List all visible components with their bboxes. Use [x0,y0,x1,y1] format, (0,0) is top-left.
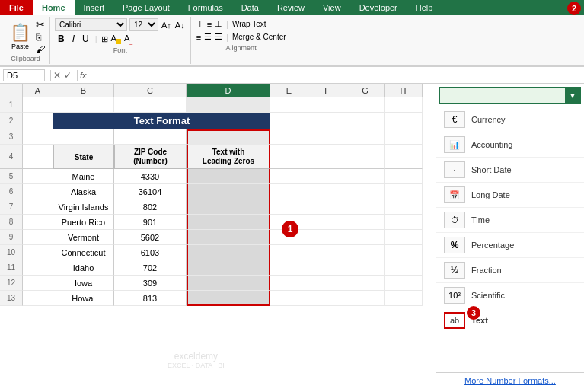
cell-h12[interactable] [385,276,423,291]
cell-g11[interactable] [346,260,385,276]
cell-e5[interactable] [270,169,308,184]
format-painter-button[interactable]: 🖌 [36,44,45,55]
cell-b4-header[interactable]: State [53,145,114,169]
cell-g5[interactable] [346,169,385,184]
cell-h9[interactable] [385,230,423,245]
cell-g3[interactable] [346,129,385,145]
cell-c4-header[interactable]: ZIP Code(Number) [114,145,187,169]
cell-d1[interactable] [187,97,270,113]
italic-button[interactable]: I [69,33,78,45]
cell-f3[interactable] [308,129,346,145]
cell-h8[interactable] [385,215,423,230]
cell-f8[interactable] [308,215,346,230]
format-item-percentage[interactable]: % Percentage [436,233,584,258]
cell-g6[interactable] [346,184,385,199]
cell-c12[interactable]: 309 [114,276,187,291]
name-box[interactable] [3,69,45,81]
format-item-short-date[interactable]: · Short Date [436,158,584,183]
cell-g9[interactable] [346,230,385,245]
align-top-button[interactable]: ⊤ [196,18,205,30]
cell-h13[interactable] [385,291,423,306]
cell-f6[interactable] [308,184,346,199]
cell-g8[interactable] [346,215,385,230]
cell-g1[interactable] [346,97,385,113]
cell-f5[interactable] [308,169,346,184]
cell-f12[interactable] [308,276,346,291]
cell-a1[interactable] [23,97,53,113]
cell-b1[interactable] [53,97,114,113]
cell-b3[interactable] [53,129,114,145]
panel-search-input[interactable] [440,89,565,101]
copy-button[interactable]: ⎘ [36,32,45,43]
cell-g4[interactable] [346,145,385,169]
cell-h5[interactable] [385,169,423,184]
cell-h11[interactable] [385,260,423,276]
cell-c8[interactable]: 901 [114,215,187,230]
cell-g2[interactable] [346,113,385,129]
cell-f9[interactable] [308,230,346,245]
cell-h7[interactable] [385,199,423,215]
help-tab[interactable]: Help [407,0,442,15]
developer-tab[interactable]: Developer [350,0,407,15]
cell-f4[interactable] [308,145,346,169]
format-item-time[interactable]: ⏱ Time [436,208,584,233]
cancel-icon[interactable]: ✕ [53,70,61,81]
cell-h3[interactable] [385,129,423,145]
cell-h1[interactable] [385,97,423,113]
data-tab[interactable]: Data [232,0,268,15]
cell-a12[interactable] [23,276,53,291]
format-item-fraction[interactable]: ½ Fraction [436,258,584,283]
merge-center-button[interactable]: Merge & Center [231,32,287,42]
cell-e2[interactable] [270,113,308,129]
cell-e3[interactable] [270,129,308,145]
cell-c1[interactable] [114,97,187,113]
cell-h10[interactable] [385,245,423,260]
file-tab[interactable]: File [0,0,33,15]
align-center-button[interactable]: ☰ [203,31,212,43]
font-size-select[interactable]: 12 [129,18,158,31]
cell-b6[interactable]: Alaska [53,184,114,199]
cell-g13[interactable] [346,291,385,306]
cell-a9[interactable] [23,230,53,245]
col-header-d[interactable]: D [187,84,270,97]
cell-h2[interactable] [385,113,423,129]
cell-c11[interactable]: 702 [114,260,187,276]
cell-b5[interactable]: Maine [53,169,114,184]
cell-b10[interactable]: Connecticut [53,245,114,260]
col-header-b[interactable]: B [53,84,114,97]
cell-a7[interactable] [23,199,53,215]
formulas-tab[interactable]: Formulas [179,0,232,15]
cell-d10[interactable] [187,245,270,260]
cell-c6[interactable]: 36104 [114,184,187,199]
cell-e4[interactable] [270,145,308,169]
cell-e1[interactable] [270,97,308,113]
formula-input[interactable] [91,71,581,80]
cell-b7[interactable]: Virgin Islands [53,199,114,215]
col-header-e[interactable]: E [270,84,308,97]
align-middle-button[interactable]: ≡ [206,19,212,30]
cell-g12[interactable] [346,276,385,291]
cell-d6[interactable] [187,184,270,199]
cell-e12[interactable] [270,276,308,291]
cut-button[interactable]: ✂ [36,18,45,30]
cell-b8[interactable]: Puerto Rico [53,215,114,230]
cell-b13[interactable]: Howai [53,291,114,306]
cell-f7[interactable] [308,199,346,215]
cell-b12[interactable]: Iowa [53,276,114,291]
cell-d7[interactable] [187,199,270,215]
cell-a3[interactable] [23,129,53,145]
bold-button[interactable]: B [55,33,68,45]
cell-e13[interactable] [270,291,308,306]
cell-d12[interactable] [187,276,270,291]
cell-f11[interactable] [308,260,346,276]
align-bottom-button[interactable]: ⊥ [214,18,223,30]
col-header-c[interactable]: C [114,84,187,97]
cell-d9[interactable] [187,230,270,245]
cell-d13[interactable] [187,291,270,306]
cell-h6[interactable] [385,184,423,199]
fill-color-button[interactable]: A [110,33,122,45]
format-item-text[interactable]: ab 3 Text [436,308,584,333]
cell-e10[interactable] [270,245,308,260]
cell-a5[interactable] [23,169,53,184]
cell-a6[interactable] [23,184,53,199]
